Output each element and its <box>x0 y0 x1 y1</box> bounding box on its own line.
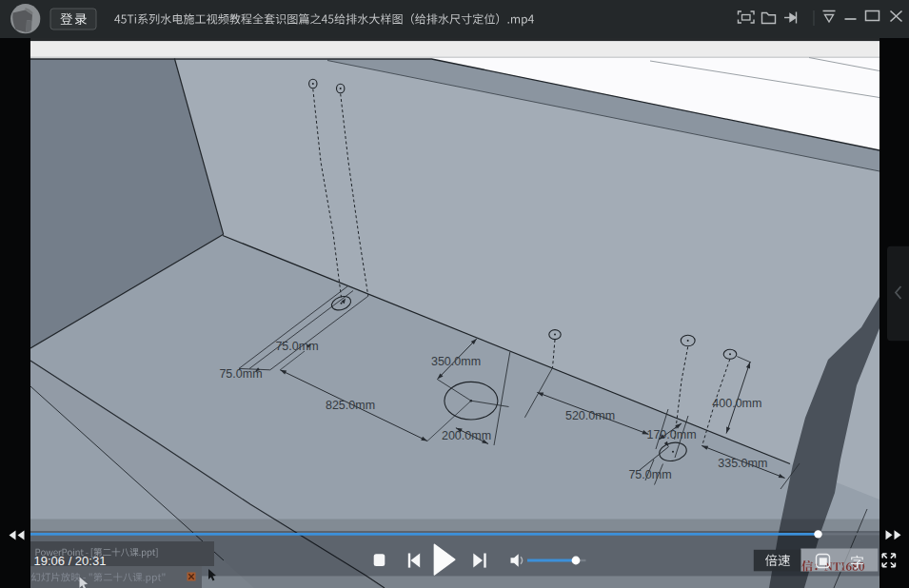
svg-text:200.0mm: 200.0mm <box>442 429 491 442</box>
svg-text:335.0mm: 335.0mm <box>718 457 767 470</box>
svg-text:75.0mm: 75.0mm <box>275 340 318 353</box>
svg-text:19:06 / 20:31: 19:06 / 20:31 <box>34 554 107 568</box>
svg-text:400.0mm: 400.0mm <box>712 397 761 410</box>
svg-text:350.0mm: 350.0mm <box>431 355 481 368</box>
svg-text:75.0mm: 75.0mm <box>219 367 262 381</box>
svg-text:520.0mm: 520.0mm <box>565 409 615 422</box>
svg-text:75.0mm: 75.0mm <box>628 468 671 481</box>
svg-text:825.0mm: 825.0mm <box>326 399 375 412</box>
svg-text:170.0mm: 170.0mm <box>646 428 696 441</box>
